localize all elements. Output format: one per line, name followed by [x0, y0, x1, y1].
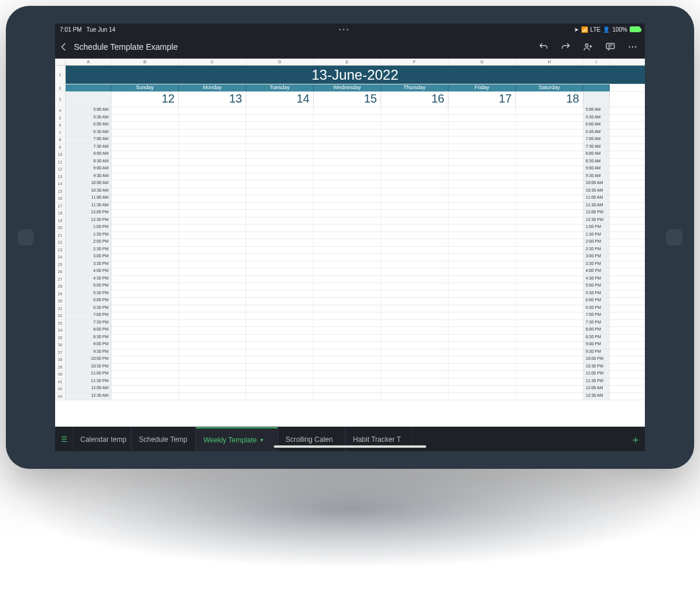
schedule-cell[interactable]	[381, 268, 448, 275]
schedule-cell[interactable]	[516, 356, 583, 363]
schedule-cell[interactable]	[448, 254, 516, 261]
time-label-left[interactable]: 6:00 AM	[66, 122, 111, 129]
schedule-cell[interactable]	[314, 115, 381, 122]
row-number[interactable]: 36	[55, 342, 66, 349]
schedule-cell[interactable]	[516, 130, 583, 137]
time-label-left[interactable]: 3:30 PM	[66, 261, 111, 268]
time-label-right[interactable]: 2:00 PM	[583, 239, 610, 246]
schedule-cell[interactable]	[179, 342, 246, 349]
time-label-right[interactable]: 1:00 PM	[583, 224, 610, 231]
schedule-cell[interactable]	[314, 122, 381, 129]
time-label-right[interactable]: 10:00 PM	[583, 356, 610, 363]
schedule-cell[interactable]	[111, 342, 179, 349]
time-label-left[interactable]: 11:00 PM	[66, 371, 111, 378]
schedule-cell[interactable]	[516, 335, 583, 342]
schedule-cell[interactable]	[111, 151, 179, 158]
time-label-left[interactable]: 4:30 PM	[66, 276, 111, 283]
row-number[interactable]: 32	[55, 312, 66, 319]
schedule-cell[interactable]	[381, 166, 448, 173]
time-label-left[interactable]: 12:30 PM	[66, 217, 111, 224]
schedule-cell[interactable]	[516, 268, 583, 275]
schedule-cell[interactable]	[179, 166, 246, 173]
schedule-cell[interactable]	[381, 335, 448, 342]
cell[interactable]	[583, 84, 610, 91]
schedule-cell[interactable]	[246, 291, 314, 298]
schedule-cell[interactable]	[246, 349, 314, 356]
schedule-cell[interactable]	[179, 327, 246, 334]
schedule-cell[interactable]	[111, 254, 179, 261]
schedule-cell[interactable]	[314, 379, 381, 386]
schedule-cell[interactable]	[516, 122, 583, 129]
schedule-cell[interactable]	[381, 188, 448, 195]
schedule-cell[interactable]	[179, 393, 246, 400]
schedule-cell[interactable]	[314, 166, 381, 173]
date-cell[interactable]: 18	[516, 92, 583, 107]
schedule-cell[interactable]	[111, 107, 179, 114]
sheet-tab[interactable]: Calendar temp	[73, 427, 131, 451]
time-label-right[interactable]: 8:00 AM	[583, 151, 610, 158]
time-label-left[interactable]: 9:00 AM	[66, 166, 111, 173]
schedule-cell[interactable]	[516, 107, 583, 114]
schedule-cell[interactable]	[246, 239, 314, 246]
schedule-cell[interactable]	[381, 386, 448, 393]
row-number[interactable]: 24	[55, 254, 66, 261]
schedule-cell[interactable]	[179, 173, 246, 180]
time-label-right[interactable]: 3:00 PM	[583, 254, 610, 261]
schedule-cell[interactable]	[179, 107, 246, 114]
time-label-right[interactable]: 7:30 PM	[583, 320, 610, 327]
time-label-right[interactable]: 12:00 AM	[583, 386, 610, 393]
schedule-cell[interactable]	[516, 276, 583, 283]
schedule-cell[interactable]	[246, 130, 314, 137]
time-label-left[interactable]: 6:30 PM	[66, 305, 111, 312]
time-label-left[interactable]: 7:00 AM	[66, 137, 111, 144]
schedule-cell[interactable]	[179, 239, 246, 246]
schedule-cell[interactable]	[516, 327, 583, 334]
date-cell[interactable]: 12	[111, 92, 179, 107]
time-label-left[interactable]: 12:30 AM	[66, 393, 111, 400]
schedule-cell[interactable]	[314, 327, 381, 334]
schedule-cell[interactable]	[111, 144, 179, 151]
schedule-cell[interactable]	[246, 247, 314, 254]
schedule-cell[interactable]	[448, 115, 516, 122]
row-number[interactable]: 39	[55, 364, 66, 371]
schedule-cell[interactable]	[314, 239, 381, 246]
schedule-cell[interactable]	[448, 217, 516, 224]
schedule-cell[interactable]	[516, 247, 583, 254]
row-number[interactable]: 42	[55, 386, 66, 393]
schedule-cell[interactable]	[111, 195, 179, 202]
schedule-cell[interactable]	[111, 305, 179, 312]
schedule-cell[interactable]	[448, 107, 516, 114]
schedule-cell[interactable]	[516, 364, 583, 371]
row-number[interactable]: 28	[55, 283, 66, 290]
schedule-cell[interactable]	[179, 151, 246, 158]
row-number[interactable]: 40	[55, 371, 66, 378]
schedule-cell[interactable]	[179, 356, 246, 363]
row-number[interactable]: 2	[55, 84, 66, 91]
schedule-cell[interactable]	[179, 210, 246, 217]
undo-icon[interactable]	[538, 42, 549, 52]
schedule-cell[interactable]	[179, 232, 246, 239]
schedule-cell[interactable]	[448, 276, 516, 283]
schedule-cell[interactable]	[448, 144, 516, 151]
schedule-cell[interactable]	[246, 312, 314, 319]
time-label-right[interactable]: 3:30 PM	[583, 261, 610, 268]
schedule-cell[interactable]	[111, 166, 179, 173]
schedule-cell[interactable]	[111, 276, 179, 283]
time-label-right[interactable]: 5:00 PM	[583, 283, 610, 290]
time-label-left[interactable]: 9:00 PM	[66, 342, 111, 349]
day-header[interactable]: Friday	[448, 84, 516, 91]
day-header[interactable]: Tuesday	[246, 84, 314, 91]
row-number[interactable]: 43	[55, 393, 66, 400]
schedule-cell[interactable]	[111, 298, 179, 305]
row-number[interactable]: 33	[55, 320, 66, 327]
time-label-right[interactable]: 8:30 PM	[583, 335, 610, 342]
schedule-cell[interactable]	[448, 320, 516, 327]
schedule-cell[interactable]	[381, 144, 448, 151]
spreadsheet[interactable]: A B C D E F G H I 1 13-June-2022 2	[55, 59, 645, 427]
schedule-cell[interactable]	[111, 349, 179, 356]
schedule-cell[interactable]	[314, 276, 381, 283]
row-number[interactable]: 9	[55, 144, 66, 151]
schedule-cell[interactable]	[448, 312, 516, 319]
cell[interactable]	[66, 92, 111, 107]
add-sheet-button[interactable]: ＋	[626, 432, 645, 447]
